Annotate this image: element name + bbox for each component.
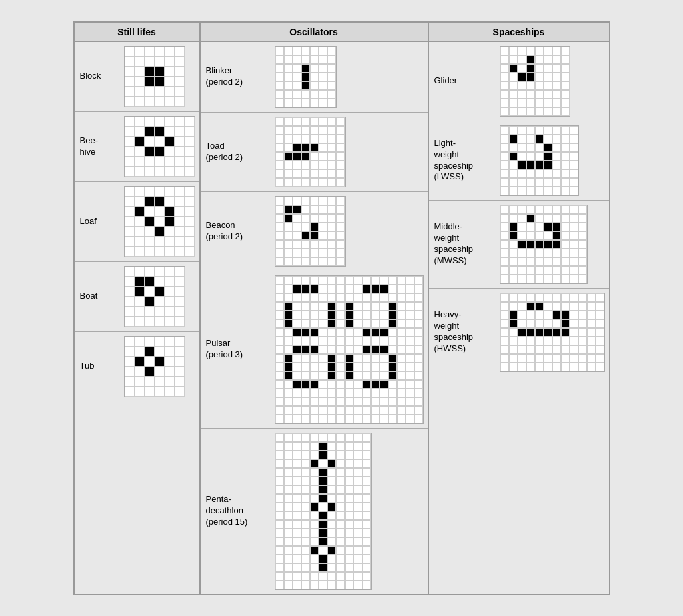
grid-cell — [135, 297, 145, 307]
grid-cell — [165, 277, 175, 287]
grid-cell — [561, 240, 570, 249]
grid-cell — [354, 520, 362, 529]
grid-cell — [518, 337, 526, 345]
grid-cell — [284, 214, 293, 223]
grid-cell — [336, 415, 345, 423]
grid-cell — [125, 197, 135, 207]
grid-cell — [578, 240, 587, 249]
grid-cell — [371, 415, 380, 423]
grid-cell — [125, 77, 135, 87]
grid-cell — [275, 169, 284, 178]
grid-cell — [388, 328, 397, 337]
grid-cell — [284, 90, 293, 99]
grid-cell — [293, 257, 301, 266]
grid-cell — [518, 178, 526, 187]
grid-cell — [165, 227, 175, 237]
grid-cell — [319, 47, 327, 55]
grid-cell — [125, 297, 135, 307]
grid-cell — [319, 406, 327, 415]
grid-cell — [284, 197, 293, 205]
grid-cell — [500, 187, 509, 195]
grid-cell — [319, 380, 327, 389]
grid-cell — [145, 87, 155, 97]
grid-cell — [145, 317, 155, 327]
pattern-label: Light- weight spaceship (LWSS) — [429, 134, 496, 187]
grid-cell — [135, 67, 145, 77]
grid-cell — [388, 319, 397, 328]
grid-cell — [406, 319, 414, 328]
grid-cell — [500, 143, 509, 152]
grid-cell — [509, 240, 518, 249]
grid-cell — [284, 205, 293, 214]
grid-cell — [293, 311, 301, 319]
grid-cell — [570, 257, 578, 266]
grid-cell — [570, 266, 578, 275]
grid-cell — [284, 345, 293, 354]
grid-cell — [336, 231, 345, 240]
grid-cell — [125, 67, 135, 77]
grid-cell — [380, 276, 388, 285]
grid-cell — [155, 337, 165, 347]
grid-cell — [552, 169, 561, 178]
grid-cell — [388, 380, 397, 389]
grid-cell — [284, 47, 293, 55]
grid-cell — [293, 345, 301, 354]
grid-cell — [327, 328, 336, 337]
grid-cell — [380, 302, 388, 311]
grid-cell — [561, 354, 570, 363]
grid-cell — [301, 249, 310, 257]
grid-cell — [135, 267, 145, 277]
grid-cell — [526, 205, 535, 214]
grid-cell — [327, 161, 336, 169]
grid-cell — [345, 311, 354, 319]
grid-cell — [165, 127, 175, 137]
grid-cell — [526, 161, 535, 169]
grid-cell — [535, 73, 544, 81]
grid-cell — [570, 302, 578, 311]
grid-cell — [596, 337, 604, 345]
grid-cell — [362, 442, 371, 451]
grid-cell — [155, 167, 165, 177]
grid-cell — [319, 231, 327, 240]
grid-cell — [570, 240, 578, 249]
grid-cell — [310, 459, 319, 468]
grid-cell — [371, 406, 380, 415]
grid-cell — [380, 293, 388, 302]
grid-cell — [310, 311, 319, 319]
grid-cell — [345, 319, 354, 328]
grid-cell — [336, 328, 345, 337]
grid-cell — [284, 311, 293, 319]
grid-cell — [284, 485, 293, 494]
grid-cell — [327, 205, 336, 214]
grid-cell — [275, 520, 284, 529]
grid-cell — [336, 214, 345, 223]
grid-cell — [301, 328, 310, 337]
grid-cell — [336, 389, 345, 397]
grid-cell — [275, 47, 284, 55]
grid-cell — [293, 197, 301, 205]
grid-cell — [336, 293, 345, 302]
grid-cell — [526, 363, 535, 371]
grid-cell — [509, 311, 518, 319]
grid-cell — [293, 302, 301, 311]
grid-cell — [327, 223, 336, 231]
grid-cell — [319, 397, 327, 406]
pattern-grid — [124, 266, 185, 327]
grid-cell — [275, 214, 284, 223]
grid-cell — [310, 205, 319, 214]
pattern-row: Tub — [75, 332, 199, 401]
grid-cell — [293, 494, 301, 503]
grid-cell — [578, 249, 587, 257]
grid-cell — [509, 64, 518, 73]
grid-cell — [509, 107, 518, 116]
spaceships-section: Spaceships GliderLight- weight spaceship… — [428, 22, 610, 595]
grid-cell — [544, 161, 552, 169]
grid-cell — [500, 293, 509, 302]
grid-cell — [135, 117, 145, 127]
grid-cell — [284, 223, 293, 231]
grid-cell — [327, 546, 336, 555]
grid-cell — [362, 494, 371, 503]
grid-cell — [175, 167, 185, 177]
grid-cell — [587, 328, 596, 337]
grid-cell — [336, 276, 345, 285]
